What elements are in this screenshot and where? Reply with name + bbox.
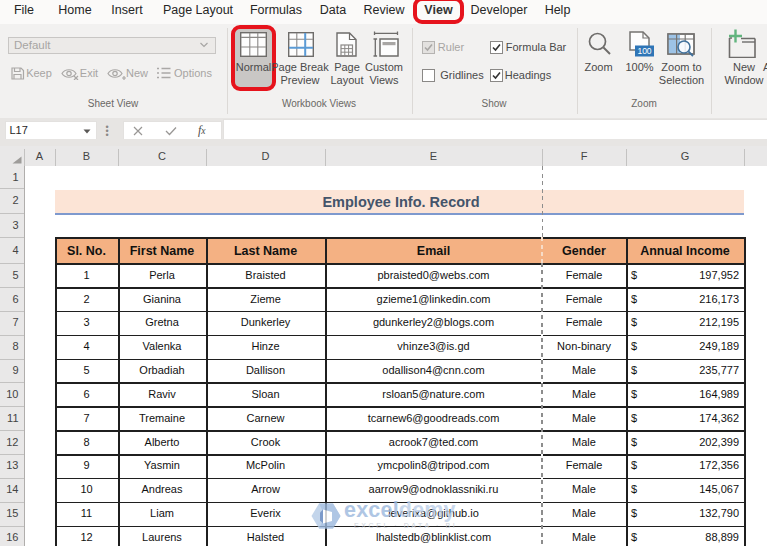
svg-text:100: 100 xyxy=(637,46,651,56)
